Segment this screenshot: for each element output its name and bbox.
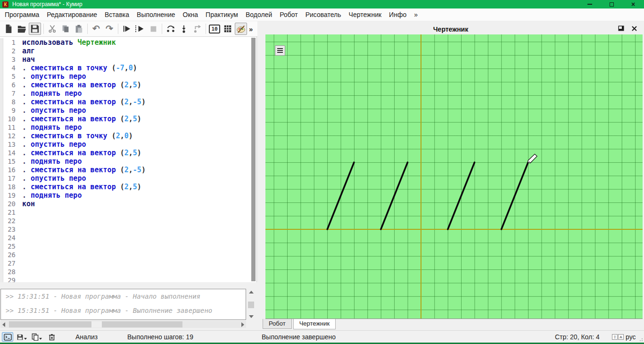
io-console[interactable]: >> 15:31:51 - Новая программа - Начало в… bbox=[0, 289, 246, 320]
stop-button[interactable] bbox=[147, 23, 159, 35]
menu-item-4[interactable]: Выполнение bbox=[133, 9, 179, 20]
menu-item-3[interactable]: Вставка bbox=[101, 9, 133, 20]
step-in-button[interactable] bbox=[178, 23, 190, 35]
toolbar-overflow-button[interactable]: » bbox=[249, 25, 253, 33]
editor-line[interactable]: 13. опустить перо bbox=[0, 140, 256, 149]
clear-protocol-button[interactable] bbox=[46, 332, 58, 342]
actor-tabs: РоботЧертежник bbox=[263, 319, 337, 329]
open-folder-icon bbox=[17, 24, 26, 34]
menu-item-10[interactable]: Чертежник bbox=[345, 9, 386, 20]
editor-line[interactable]: 27 bbox=[0, 259, 256, 268]
value-display-icon: 10 bbox=[209, 25, 220, 34]
save-protocol-button[interactable] bbox=[16, 332, 27, 342]
code-text bbox=[19, 208, 22, 217]
console-vertical-scrollbar[interactable] bbox=[248, 289, 255, 320]
palette-icon bbox=[236, 24, 246, 34]
editor-line[interactable]: 29 bbox=[0, 276, 256, 282]
editor-line[interactable]: 21 bbox=[0, 208, 256, 217]
code-text bbox=[19, 242, 22, 251]
editor-scrollbar-thumb[interactable] bbox=[251, 38, 256, 281]
editor-line[interactable]: 17. опустить перо bbox=[0, 174, 256, 183]
line-number: 4 bbox=[3, 64, 19, 72]
toolbar: ↶ ↷ 10 bbox=[0, 21, 257, 37]
copy-protocol-button[interactable] bbox=[31, 332, 42, 342]
editor-line[interactable]: 25 bbox=[0, 242, 256, 251]
editor-line[interactable]: 16. сместиться на вектор (2,-5) bbox=[0, 166, 256, 174]
step-over-button[interactable] bbox=[165, 23, 177, 35]
value-display-button[interactable]: 10 bbox=[208, 23, 221, 35]
run-button[interactable] bbox=[121, 23, 133, 35]
minimize-button[interactable] bbox=[579, 0, 601, 8]
keyboard-layout-icon[interactable]: ⇧A bbox=[612, 334, 624, 340]
editor-line[interactable]: 3нач bbox=[0, 55, 256, 64]
editor-line[interactable]: 6. сместиться на вектор (2,5) bbox=[0, 81, 256, 89]
menu-item-1[interactable]: Программа bbox=[1, 9, 43, 20]
console-hscroll-thumb[interactable] bbox=[9, 321, 182, 327]
editor-line[interactable]: 7. поднять перо bbox=[0, 89, 256, 98]
scroll-down-arrow-icon[interactable] bbox=[249, 315, 254, 318]
editor-line[interactable]: 15. поднять перо bbox=[0, 157, 256, 166]
step-out-button[interactable] bbox=[191, 23, 203, 35]
new-file-button[interactable] bbox=[2, 23, 15, 35]
window-title: Новая программа* - Кумир bbox=[12, 1, 83, 8]
editor-line[interactable]: 20кон bbox=[0, 200, 256, 208]
cut-button[interactable] bbox=[46, 23, 58, 35]
editor-line[interactable]: 4. сместиться в точку (-7,0) bbox=[0, 64, 256, 72]
menu-item-7[interactable]: Водолей bbox=[242, 9, 276, 20]
editor-line[interactable]: 5. опустить перо bbox=[0, 72, 256, 81]
scroll-left-arrow-icon[interactable] bbox=[2, 322, 5, 327]
save-file-button[interactable] bbox=[29, 23, 41, 35]
menu-item-2[interactable]: Редактирование bbox=[43, 9, 101, 20]
console-horizontal-scrollbar[interactable] bbox=[0, 321, 246, 328]
float-panel-button[interactable] bbox=[617, 24, 625, 33]
editor-line[interactable]: 2алг bbox=[0, 47, 256, 55]
console-vscroll-thumb[interactable] bbox=[248, 302, 254, 308]
menu-item-6[interactable]: Практикум bbox=[202, 9, 242, 20]
editor-line[interactable]: 26 bbox=[0, 251, 256, 259]
editor-line[interactable]: 22 bbox=[0, 217, 256, 225]
undo-button[interactable]: ↶ bbox=[90, 23, 102, 35]
canvas-menu-button[interactable] bbox=[275, 45, 285, 56]
run-steps-button[interactable] bbox=[134, 23, 146, 35]
code-editor[interactable]: 1использовать Чертежник2алг3нач4. смести… bbox=[0, 37, 257, 282]
menu-overflow-button[interactable]: » bbox=[410, 9, 421, 20]
menu-item-5[interactable]: Окна bbox=[179, 9, 202, 20]
editor-line[interactable]: 9. опустить перо bbox=[0, 106, 256, 115]
palette-button[interactable] bbox=[235, 23, 247, 35]
close-button[interactable]: × bbox=[622, 0, 644, 8]
code-text: . сместиться на вектор (2,5) bbox=[19, 81, 141, 89]
menu-item-9[interactable]: Рисователь bbox=[302, 9, 345, 20]
editor-rows: 1использовать Чертежник2алг3нач4. смести… bbox=[0, 38, 256, 282]
show-grid-button[interactable] bbox=[222, 23, 234, 35]
scroll-right-arrow-icon[interactable] bbox=[241, 322, 244, 327]
tab-робот[interactable]: Робот bbox=[263, 319, 292, 329]
open-file-button[interactable] bbox=[16, 23, 28, 35]
redo-button[interactable]: ↷ bbox=[103, 23, 116, 35]
editor-line[interactable]: 19. поднять перо bbox=[0, 191, 256, 200]
copy-button[interactable] bbox=[59, 23, 72, 35]
drawer-canvas[interactable] bbox=[265, 34, 643, 319]
editor-line[interactable]: 18. сместиться на вектор (2,5) bbox=[0, 183, 256, 191]
maximize-button[interactable] bbox=[601, 0, 622, 8]
tab-чертежник[interactable]: Чертежник bbox=[293, 319, 336, 329]
editor-line[interactable]: 10. сместиться на вектор (2,5) bbox=[0, 115, 256, 123]
scroll-up-arrow-icon[interactable] bbox=[249, 291, 254, 294]
editor-line[interactable]: 28 bbox=[0, 268, 256, 276]
close-panel-button[interactable] bbox=[630, 24, 638, 33]
editor-line[interactable]: 1использовать Чертежник bbox=[0, 38, 256, 47]
editor-line[interactable]: 23 bbox=[0, 225, 256, 234]
language-indicator[interactable]: рус bbox=[626, 333, 636, 341]
editor-line[interactable]: 14. сместиться на вектор (2,5) bbox=[0, 149, 256, 157]
editor-vertical-scrollbar[interactable] bbox=[251, 38, 256, 281]
editor-line[interactable]: 11. поднять перо bbox=[0, 123, 256, 132]
toggle-console-button[interactable] bbox=[2, 332, 13, 342]
menu-item-11[interactable]: Инфо bbox=[385, 9, 410, 20]
menu-item-8[interactable]: Робот bbox=[276, 9, 301, 20]
editor-line[interactable]: 8. сместиться на вектор (2,-5) bbox=[0, 98, 256, 106]
paste-button[interactable] bbox=[73, 23, 85, 35]
editor-line[interactable]: 12. сместиться в точку (2,0) bbox=[0, 132, 256, 140]
editor-line[interactable]: 24 bbox=[0, 234, 256, 242]
execution-state-label: Выполнение завершено bbox=[262, 333, 336, 341]
resize-grip[interactable] bbox=[639, 338, 643, 342]
line-number: 24 bbox=[3, 234, 19, 242]
